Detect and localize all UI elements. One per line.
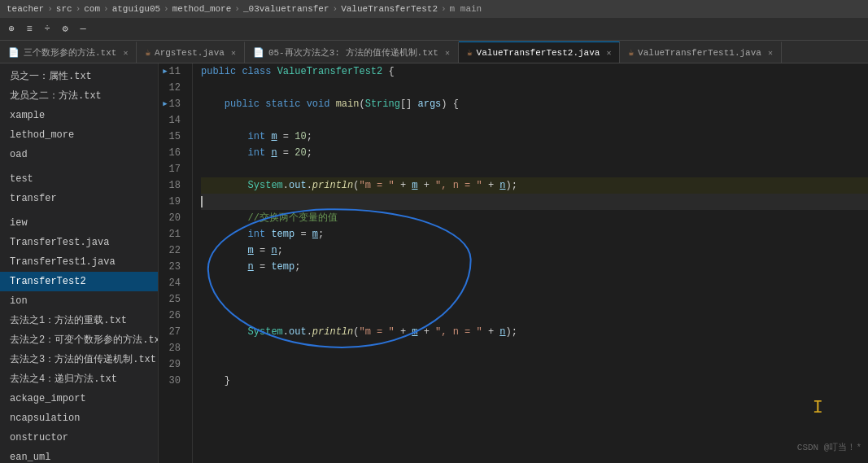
- tab-icon: ☕: [145, 47, 150, 58]
- sidebar-item-2[interactable]: xample: [0, 106, 158, 125]
- globe-icon[interactable]: ⊕: [5, 23, 18, 36]
- split-icon[interactable]: ÷: [41, 23, 54, 36]
- sidebar-item-3[interactable]: lethod_more: [0, 125, 158, 145]
- code-line-12[interactable]: [201, 80, 868, 96]
- sidebar-item-0[interactable]: 员之一：属性.txt: [0, 67, 158, 86]
- code-line-16[interactable]: int n = 20;: [201, 145, 868, 161]
- toolbar: ⊕ ≡ ÷ ⚙ —: [0, 18, 868, 41]
- code-line-14[interactable]: [201, 112, 868, 129]
- title-part-1: teacher: [7, 4, 44, 14]
- kw-public-11: public: [201, 63, 242, 80]
- tab-label: ValueTransferTest1.java: [638, 48, 761, 58]
- tab-vtt1[interactable]: ☕ ValueTransferTest1.java ✕: [620, 41, 781, 63]
- sidebar-item-10[interactable]: TransferTest2: [0, 272, 158, 291]
- ibeam-cursor: I: [813, 398, 823, 418]
- tab-close[interactable]: ✕: [231, 48, 236, 58]
- linenum-28: 28: [159, 340, 185, 356]
- code-container: ▶11 12 ▶13 14 15 16 17 18 19 20 21 22 23…: [159, 63, 868, 463]
- sidebar-item-18[interactable]: onstructor: [0, 428, 158, 448]
- linenum-22: 22: [159, 242, 185, 259]
- sidebar-item-6[interactable]: transfer: [0, 189, 158, 208]
- sidebar-item-17[interactable]: ncapsulation: [0, 408, 158, 428]
- classname: ValueTransferTest2: [277, 63, 383, 80]
- code-line-20[interactable]: //交换两个变量的值: [201, 210, 868, 226]
- sidebar-item-14[interactable]: 去法之3：方法的值传递机制.txt: [0, 350, 158, 369]
- linenum-11: ▶11: [159, 63, 185, 80]
- main-area: 员之一：属性.txt 龙员之二：方法.txt xample lethod_mor…: [0, 63, 868, 463]
- code-area[interactable]: ▶11 12 ▶13 14 15 16 17 18 19 20 21 22 23…: [159, 63, 868, 463]
- title-part-5: method_more: [172, 4, 232, 14]
- tab-vtt2[interactable]: ☕ ValueTransferTest2.java ✕: [459, 41, 620, 63]
- settings-icon[interactable]: ⚙: [59, 23, 72, 36]
- sidebar-item-1[interactable]: 龙员之二：方法.txt: [0, 86, 158, 106]
- title-part-7: ValueTransferTest2: [341, 4, 438, 14]
- sidebar-item-8[interactable]: TransferTest.java: [0, 233, 158, 252]
- list-icon[interactable]: ≡: [23, 23, 36, 36]
- code-line-22[interactable]: m = n;: [201, 242, 868, 259]
- linenum-29: 29: [159, 356, 185, 373]
- tab-txt1[interactable]: 📄 三个数形参的方法.txt ✕: [0, 41, 137, 63]
- kw-class: class: [242, 63, 277, 80]
- code-line-25[interactable]: [201, 291, 868, 308]
- tab-close[interactable]: ✕: [768, 48, 773, 58]
- code-lines[interactable]: public class ValueTransferTest2 { public…: [193, 63, 868, 463]
- code-line-30[interactable]: }: [201, 373, 868, 389]
- sidebar: 员之一：属性.txt 龙员之二：方法.txt xample lethod_mor…: [0, 63, 159, 463]
- linenum-14: 14: [159, 112, 185, 129]
- code-line-19[interactable]: [201, 194, 868, 210]
- tab-icon: ☕: [467, 47, 473, 58]
- code-line-27[interactable]: System.out.println("m = " + m + ", n = "…: [201, 324, 868, 340]
- tab-label: ArgsTest.java: [155, 48, 225, 58]
- sidebar-item-15[interactable]: 去法之4：递归方法.txt: [0, 369, 158, 389]
- sidebar-item-7[interactable]: iew: [0, 213, 158, 233]
- linenum-26: 26: [159, 308, 185, 324]
- tab-close[interactable]: ✕: [606, 48, 611, 58]
- title-bar: teacher › src › com › atguigu05 › method…: [0, 0, 868, 18]
- title-part-3: com: [84, 4, 100, 14]
- title-part-6: _03valuetransfer: [243, 4, 329, 14]
- tab-icon: ☕: [628, 47, 634, 58]
- title-part-2: src: [56, 4, 72, 14]
- sidebar-item-5[interactable]: test: [0, 169, 158, 189]
- tab-label: 三个数形参的方法.txt: [24, 46, 116, 59]
- tabs-bar: 📄 三个数形参的方法.txt ✕ ☕ ArgsTest.java ✕ 📄 05-…: [0, 41, 868, 63]
- linenum-17: 17: [159, 161, 185, 177]
- code-line-26[interactable]: [201, 308, 868, 324]
- code-line-23[interactable]: n = temp;: [201, 259, 868, 275]
- sidebar-item-16[interactable]: ackage_import: [0, 389, 158, 408]
- linenum-30: 30: [159, 373, 185, 389]
- code-line-18[interactable]: System.out.println("m = " + m + ", n = "…: [201, 177, 868, 194]
- line-numbers: ▶11 12 ▶13 14 15 16 17 18 19 20 21 22 23…: [159, 63, 193, 463]
- arrow-13[interactable]: ▶: [163, 96, 167, 112]
- tab-label: ValueTransferTest2.java: [477, 48, 600, 58]
- text-cursor: [201, 196, 203, 207]
- title-part-4: atguigu05: [112, 4, 160, 14]
- linenum-25: 25: [159, 291, 185, 308]
- code-line-24[interactable]: [201, 275, 868, 291]
- linenum-27: 27: [159, 324, 185, 340]
- tab-close[interactable]: ✕: [445, 48, 450, 58]
- linenum-21: 21: [159, 226, 185, 242]
- tab-close[interactable]: ✕: [123, 48, 128, 58]
- arrow-11[interactable]: ▶: [163, 63, 167, 80]
- code-line-29[interactable]: [201, 356, 868, 373]
- tab-txt2[interactable]: 📄 05-再次方法之3: 方法的值传递机制.txt ✕: [245, 41, 459, 63]
- code-line-15[interactable]: int m = 10;: [201, 129, 868, 145]
- sidebar-item-19[interactable]: ean_uml: [0, 448, 158, 463]
- linenum-18: 18: [159, 177, 185, 194]
- code-line-28[interactable]: [201, 340, 868, 356]
- sidebar-item-9[interactable]: TransferTest1.java: [0, 252, 158, 272]
- sidebar-item-13[interactable]: 去法之2：可变个数形参的方法.txt: [0, 330, 158, 350]
- code-line-17[interactable]: [201, 161, 868, 177]
- tab-label: 05-再次方法之3: 方法的值传递机制.txt: [268, 46, 438, 59]
- sidebar-item-4[interactable]: oad: [0, 145, 158, 164]
- code-line-11[interactable]: public class ValueTransferTest2 {: [201, 63, 868, 80]
- sidebar-item-11[interactable]: ion: [0, 291, 158, 311]
- minimize-icon[interactable]: —: [76, 23, 89, 36]
- tab-argstest[interactable]: ☕ ArgsTest.java ✕: [137, 41, 244, 63]
- sidebar-item-12[interactable]: 去法之1：方法的重载.txt: [0, 311, 158, 330]
- code-line-13[interactable]: public static void main(String[] args) {: [201, 96, 868, 112]
- title-part-8: m main: [450, 4, 482, 14]
- linenum-16: 16: [159, 145, 185, 161]
- code-line-21[interactable]: int temp = m;: [201, 226, 868, 242]
